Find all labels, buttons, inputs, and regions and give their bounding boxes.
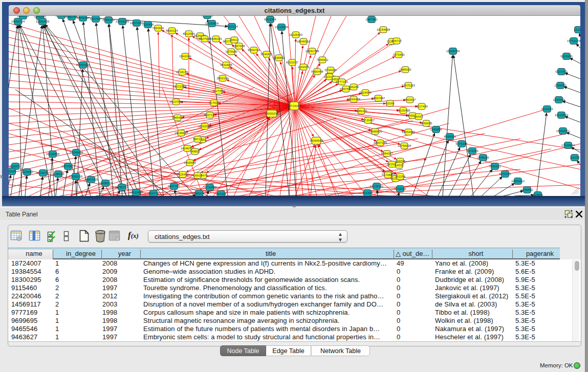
- svg-text:16782759: 16782759: [115, 186, 129, 189]
- svg-text:954779: 954779: [148, 192, 159, 195]
- svg-text:1162615: 1162615: [298, 65, 310, 69]
- svg-text:9777169: 9777169: [336, 80, 348, 83]
- svg-text:10654112: 10654112: [511, 180, 525, 183]
- svg-text:9517449: 9517449: [416, 105, 428, 108]
- svg-text:6479197: 6479197: [455, 142, 468, 145]
- svg-text:20206555: 20206555: [46, 152, 60, 156]
- svg-text:15692971: 15692971: [556, 129, 570, 133]
- svg-text:14532: 14532: [395, 164, 404, 167]
- svg-text:3475685: 3475685: [225, 50, 237, 53]
- svg-text:6794028: 6794028: [324, 69, 337, 72]
- svg-text:16033809: 16033809: [205, 22, 219, 25]
- svg-text:152254: 152254: [395, 175, 406, 178]
- svg-text:15720407: 15720407: [361, 119, 375, 122]
- svg-text:10756928: 10756928: [398, 144, 411, 147]
- svg-text:1973493: 1973493: [393, 53, 405, 56]
- svg-text:39159: 39159: [9, 170, 16, 173]
- svg-text:18724007: 18724007: [288, 104, 301, 107]
- svg-text:11123: 11123: [574, 28, 580, 31]
- svg-text:16210643: 16210643: [555, 114, 569, 117]
- svg-text:1733426: 1733426: [394, 187, 406, 190]
- svg-text:10688609: 10688609: [368, 130, 382, 133]
- svg-text:19384554: 19384554: [310, 139, 323, 142]
- svg-text:9329966: 9329966: [560, 55, 573, 58]
- svg-text:8938923: 8938923: [444, 135, 456, 138]
- svg-text:9084067: 9084067: [381, 152, 393, 155]
- svg-text:22691406: 22691406: [36, 20, 50, 23]
- svg-text:16915: 16915: [193, 174, 202, 177]
- svg-text:7485063: 7485063: [399, 68, 411, 71]
- svg-text:7357224: 7357224: [226, 25, 238, 28]
- svg-text:8454749: 8454749: [248, 49, 260, 52]
- svg-text:2367608: 2367608: [233, 45, 245, 48]
- svg-text:8813051: 8813051: [201, 16, 213, 17]
- svg-text:8990448: 8990448: [311, 70, 323, 73]
- svg-text:9227343: 9227343: [555, 70, 568, 73]
- svg-text:16961758: 16961758: [306, 50, 319, 53]
- svg-text:1538852: 1538852: [273, 56, 285, 59]
- svg-text:12342757: 12342757: [36, 171, 50, 174]
- svg-text:7955812: 7955812: [316, 58, 329, 61]
- svg-text:9463627: 9463627: [404, 98, 416, 101]
- svg-text:1640954: 1640954: [430, 128, 442, 131]
- svg-text:17957225: 17957225: [84, 178, 98, 181]
- svg-text:2935114: 2935114: [477, 156, 490, 159]
- svg-text:2987682: 2987682: [365, 18, 378, 21]
- svg-text:7515526: 7515526: [142, 23, 154, 26]
- svg-text:8186323: 8186323: [210, 37, 222, 40]
- svg-text:746266: 746266: [349, 85, 359, 89]
- svg-text:7386322: 7386322: [355, 110, 367, 113]
- svg-text:10653267: 10653267: [76, 16, 90, 19]
- svg-text:8322037: 8322037: [286, 61, 298, 64]
- svg-text:19654923: 19654923: [402, 130, 416, 134]
- svg-text:8471676: 8471676: [499, 172, 511, 176]
- svg-text:8912954: 8912954: [183, 32, 195, 35]
- svg-text:7663822: 7663822: [152, 27, 164, 30]
- svg-text:1409948: 1409948: [184, 161, 196, 164]
- svg-text:54612: 54612: [230, 38, 239, 41]
- svg-text:151363: 151363: [362, 191, 373, 194]
- svg-text:7832621: 7832621: [489, 165, 501, 168]
- svg-text:12975115: 12975115: [402, 84, 416, 87]
- svg-text:19166827: 19166827: [175, 132, 188, 135]
- svg-text:417006: 417006: [209, 101, 220, 104]
- svg-text:8813054: 8813054: [264, 18, 276, 21]
- svg-text:2269140: 2269140: [34, 16, 46, 18]
- svg-text:1327607: 1327607: [90, 17, 102, 20]
- svg-text:1244415: 1244415: [553, 98, 565, 101]
- svg-text:1209383: 1209383: [554, 84, 567, 87]
- svg-text:835001: 835001: [10, 165, 21, 168]
- svg-text:15751074: 15751074: [567, 39, 580, 42]
- svg-text:116753: 116753: [570, 156, 580, 159]
- svg-text:8427552: 8427552: [212, 90, 225, 93]
- svg-text:11325419: 11325419: [289, 33, 303, 36]
- svg-text:1145194: 1145194: [53, 172, 65, 176]
- svg-text:16107552: 16107552: [169, 100, 183, 103]
- svg-text:12923448: 12923448: [129, 191, 143, 194]
- svg-text:3024554: 3024554: [359, 91, 372, 94]
- svg-text:16154808: 16154808: [377, 28, 390, 31]
- svg-text:10025438: 10025438: [397, 109, 410, 112]
- svg-text:1905572: 1905572: [17, 16, 29, 17]
- svg-text:19218506: 19218506: [275, 26, 289, 29]
- svg-text:17488: 17488: [384, 173, 393, 177]
- svg-text:18907249: 18907249: [374, 141, 387, 144]
- svg-text:9699695: 9699695: [420, 122, 432, 125]
- svg-text:29053346: 29053346: [76, 63, 90, 67]
- svg-text:10807487: 10807487: [372, 97, 385, 100]
- svg-text:17016504: 17016504: [561, 144, 575, 147]
- svg-text:20364436: 20364436: [347, 98, 361, 101]
- svg-text:19716485: 19716485: [203, 186, 217, 189]
- svg-text:11353594: 11353594: [198, 125, 212, 128]
- svg-text:14136141: 14136141: [370, 185, 384, 188]
- svg-text:18640910: 18640910: [297, 40, 311, 43]
- svg-text:88712: 88712: [193, 138, 202, 141]
- svg-text:13975867: 13975867: [61, 165, 75, 168]
- svg-text:16648784: 16648784: [446, 50, 460, 53]
- svg-text:8660124: 8660124: [166, 29, 178, 32]
- svg-text:3215953: 3215953: [541, 107, 553, 111]
- svg-text:924565: 924565: [533, 193, 543, 196]
- svg-text:6466160: 6466160: [102, 18, 115, 21]
- svg-text:18300295: 18300295: [265, 112, 279, 115]
- svg-text:1965491: 1965491: [171, 116, 184, 119]
